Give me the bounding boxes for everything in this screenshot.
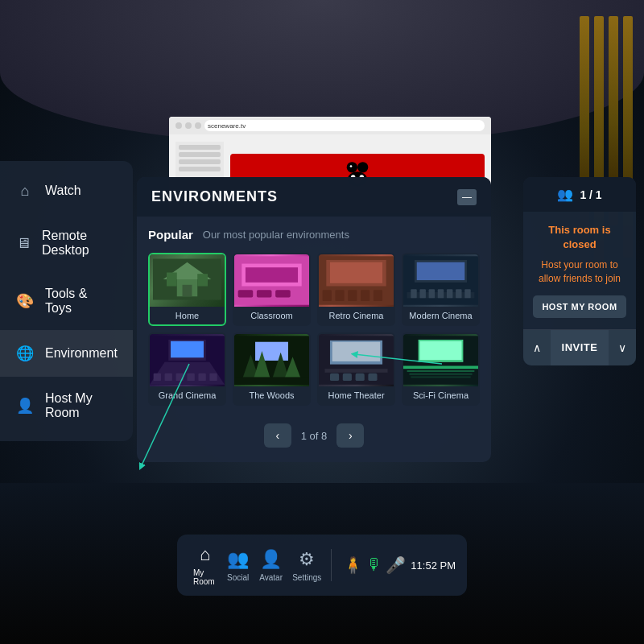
chevron-up-icon: ∧ (533, 341, 541, 354)
env-classroom-bg (234, 254, 309, 307)
env-card-home-theater[interactable]: Home Theater (317, 332, 395, 406)
env-subtitle: Our most popular environments (203, 229, 349, 241)
svg-rect-44 (188, 374, 195, 381)
svg-rect-26 (374, 290, 382, 301)
svg-rect-24 (348, 290, 357, 301)
sidebar-item-remote-desktop[interactable]: 🖥 Remote Desktop (0, 214, 133, 272)
sidebar-item-host-my-room[interactable]: 👤 Host My Room (0, 377, 133, 435)
sidebar-item-watch[interactable]: ⌂ Watch (0, 167, 133, 214)
env-close-button[interactable]: — (457, 189, 477, 205)
env-card-label-classroom: Classroom (234, 307, 309, 324)
chevron-up-button[interactable]: ∧ (523, 330, 551, 365)
svg-rect-23 (335, 290, 344, 301)
sidebar-label-watch: Watch (45, 184, 81, 198)
svg-rect-16 (238, 290, 254, 297)
right-actions: ∧ INVITE ∨ (523, 329, 636, 365)
taskbar-item-social[interactable]: 👥 Social (221, 546, 254, 585)
taskbar-item-my-room[interactable]: ⌂ My Room (188, 541, 221, 589)
env-card-img-classroom (234, 254, 309, 307)
env-card-modern-cinema[interactable]: Modern Cinema (402, 253, 480, 326)
svg-rect-15 (246, 267, 298, 283)
env-prev-button[interactable]: ‹ (264, 423, 291, 448)
sidebar-item-environment[interactable]: 🌐 Environment (0, 330, 133, 377)
taskbar-item-settings[interactable]: ⚙ Settings (287, 546, 326, 585)
grand-scene-svg (150, 334, 225, 386)
taskbar-label-avatar: Avatar (259, 573, 283, 582)
scifi-scene-svg (403, 334, 478, 386)
svg-rect-11 (167, 273, 177, 287)
env-card-grand-cinema[interactable]: Grand Cinema (148, 332, 226, 406)
status-icons: 🧍 🎙 🎤 (343, 555, 406, 575)
svg-rect-64 (419, 341, 461, 360)
modern-scene-svg (403, 254, 478, 307)
browser-dot-3 (195, 122, 201, 129)
env-card-scifi-cinema[interactable]: Sci-Fi Cinema (402, 332, 480, 406)
tools-toys-icon: 🎨 (16, 292, 34, 310)
env-card-home[interactable]: Home (148, 253, 226, 326)
taskbar-label-social: Social (227, 573, 249, 582)
people-count: 1 / 1 (580, 188, 601, 201)
svg-rect-53 (234, 377, 309, 384)
sidebar-label-environment: Environment (45, 346, 118, 361)
svg-rect-35 (447, 289, 452, 298)
env-card-img-retro (319, 254, 394, 307)
mic-status-icon: 🎙 (366, 555, 382, 575)
svg-rect-36 (456, 289, 461, 298)
env-card-classroom[interactable]: Classroom (233, 253, 311, 326)
svg-rect-41 (154, 374, 161, 381)
right-header: 👥 1 / 1 (523, 177, 636, 212)
svg-rect-66 (407, 370, 475, 372)
svg-rect-43 (176, 374, 184, 381)
taskbar-item-avatar[interactable]: 👤 Avatar (254, 546, 287, 585)
sidebar-label-tools: Tools & Toys (45, 287, 117, 316)
status-time: 11:52 PM (411, 559, 456, 572)
next-icon: › (349, 429, 353, 442)
svg-rect-59 (343, 374, 352, 381)
browser-dot-2 (185, 122, 192, 129)
svg-point-6 (350, 165, 353, 167)
env-grid: Home (148, 253, 480, 406)
classroom-scene-svg (234, 254, 309, 307)
browser-bar: sceneware.tv (169, 117, 491, 134)
invite-button[interactable]: INVITE (551, 330, 609, 365)
svg-rect-25 (361, 290, 369, 301)
environments-panel: ENVIRONMENTS — Popular Our most popular … (137, 177, 491, 462)
env-card-label-retro: Retro Cinema (319, 307, 394, 324)
host-my-room-icon: 👤 (16, 397, 34, 415)
env-card-img-scifi (403, 334, 478, 386)
env-card-img-woods (234, 334, 309, 386)
taskbar-label-my-room: My Room (193, 568, 217, 586)
env-body: Popular Our most popular environments (137, 217, 491, 462)
room-closed-text: This room is closed (533, 223, 626, 252)
env-card-img-grand (150, 334, 225, 386)
env-card-img-modern (403, 254, 478, 307)
chevron-down-button[interactable]: ∨ (609, 330, 636, 365)
settings-icon: ⚙ (299, 549, 315, 570)
taskbar-divider (331, 549, 332, 581)
env-card-label-woods: The Woods (234, 386, 309, 404)
hometheater-scene-svg (319, 334, 394, 386)
browser-url: sceneware.tv (204, 120, 485, 131)
left-sidebar: ⌂ Watch 🖥 Remote Desktop 🎨 Tools & Toys … (0, 161, 133, 441)
svg-point-1 (357, 162, 368, 172)
bs-line-1 (179, 145, 221, 150)
svg-rect-12 (197, 274, 208, 286)
env-card-img-home (150, 254, 225, 307)
my-room-icon: ⌂ (200, 544, 210, 565)
svg-rect-22 (323, 290, 332, 301)
svg-rect-34 (438, 289, 444, 298)
room-status: This room is closed Host your room to al… (523, 212, 636, 329)
env-popular-label: Popular (148, 228, 193, 242)
env-retro-bg (319, 254, 394, 307)
svg-rect-10 (183, 285, 192, 296)
env-card-retro-cinema[interactable]: Retro Cinema (317, 253, 395, 326)
env-close-icon: — (462, 192, 472, 203)
host-room-button[interactable]: HOST MY ROOM (533, 295, 626, 318)
svg-rect-37 (464, 289, 470, 298)
env-card-the-woods[interactable]: The Woods (233, 332, 311, 406)
sidebar-item-tools-toys[interactable]: 🎨 Tools & Toys (0, 272, 133, 330)
env-section-label: Popular Our most popular environments (148, 228, 480, 242)
browser-url-text: sceneware.tv (208, 122, 246, 130)
svg-rect-29 (417, 262, 465, 280)
env-next-button[interactable]: › (336, 423, 364, 448)
